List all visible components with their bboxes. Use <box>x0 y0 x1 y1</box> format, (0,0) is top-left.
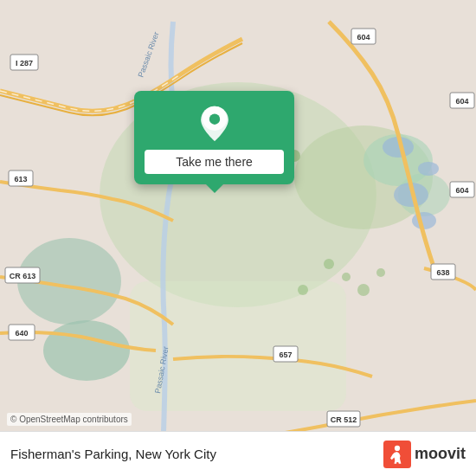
svg-point-44 <box>209 114 219 125</box>
svg-point-38 <box>324 259 334 269</box>
location-popup-card: Take me there <box>134 91 294 184</box>
svg-text:CR 512: CR 512 <box>331 415 357 424</box>
svg-point-46 <box>395 445 400 450</box>
copyright-notice: © OpenStreetMap contributors <box>7 413 132 426</box>
svg-point-39 <box>342 273 351 281</box>
svg-text:604: 604 <box>357 33 370 42</box>
svg-text:640: 640 <box>15 329 28 338</box>
svg-text:657: 657 <box>279 351 292 359</box>
svg-text:604: 604 <box>455 97 468 106</box>
take-me-there-button[interactable]: Take me there <box>145 150 284 174</box>
location-name-label: Fisherman's Parking, New York City <box>10 447 383 461</box>
svg-text:I 287: I 287 <box>16 59 33 68</box>
svg-point-4 <box>43 320 130 381</box>
svg-point-41 <box>357 284 370 296</box>
moovit-logo: moovit <box>383 441 466 468</box>
moovit-label: moovit <box>415 445 466 463</box>
bottom-bar: Fisherman's Parking, New York City moovi… <box>0 431 476 476</box>
moovit-icon <box>383 441 411 468</box>
svg-point-40 <box>298 285 308 295</box>
svg-text:CR 613: CR 613 <box>10 272 36 280</box>
svg-point-42 <box>376 268 385 277</box>
svg-point-13 <box>412 212 436 229</box>
svg-text:638: 638 <box>436 268 449 277</box>
map-container: Passaic River Passaic River I 287 <box>0 0 476 476</box>
svg-text:604: 604 <box>455 186 468 195</box>
svg-text:613: 613 <box>14 175 27 183</box>
location-pin-icon <box>196 105 234 143</box>
svg-point-11 <box>418 162 439 176</box>
